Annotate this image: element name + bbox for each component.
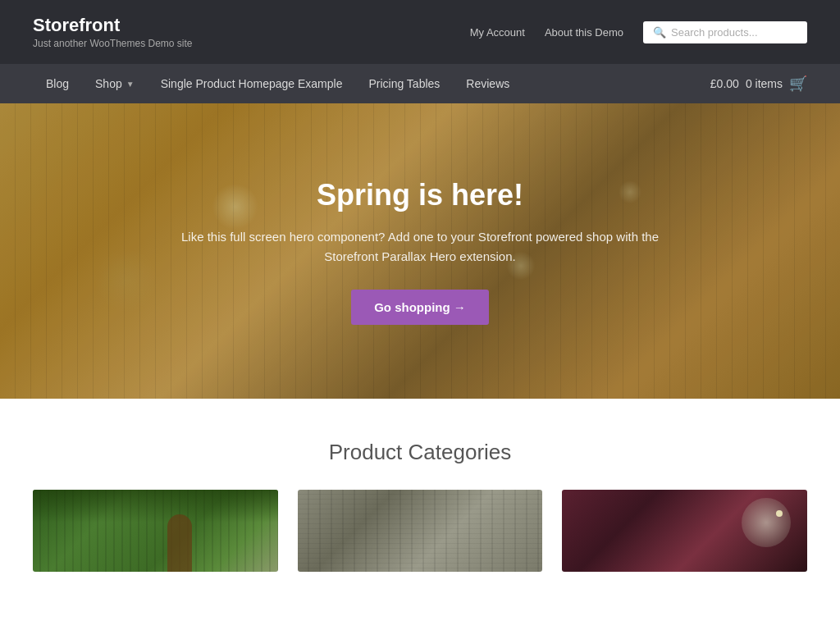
cart-items-label: 0 items (746, 77, 783, 90)
nav-item-shop[interactable]: Shop ▼ (82, 64, 148, 103)
category-card-2[interactable] (298, 490, 543, 572)
hero-title: Spring is here! (166, 178, 674, 212)
my-account-link[interactable]: My Account (470, 26, 525, 39)
search-icon: 🔍 (653, 26, 666, 39)
go-shopping-button[interactable]: Go shopping → (351, 290, 489, 325)
site-header: Storefront Just another WooThemes Demo s… (0, 0, 840, 64)
nav-cart[interactable]: £0.00 0 items 🛒 (710, 75, 807, 93)
site-tagline: Just another WooThemes Demo site (33, 38, 193, 49)
nav-item-single-product[interactable]: Single Product Homepage Example (148, 64, 356, 103)
categories-grid (33, 490, 807, 572)
hero-description: Like this full screen hero component? Ad… (166, 227, 674, 267)
search-form: 🔍 (643, 21, 807, 43)
nav-item-blog[interactable]: Blog (33, 64, 82, 103)
category-image-3 (562, 490, 807, 572)
shop-dropdown-arrow: ▼ (126, 80, 135, 89)
category-image-2 (298, 490, 543, 572)
category-image-1 (33, 490, 278, 572)
category-card-1[interactable] (33, 490, 278, 572)
category-card-3[interactable] (562, 490, 807, 572)
hero-content: Spring is here! Like this full screen he… (149, 178, 691, 325)
cart-icon: 🛒 (789, 75, 807, 93)
hero-section: Spring is here! Like this full screen he… (0, 103, 840, 399)
search-input[interactable] (671, 26, 797, 39)
nav-item-reviews[interactable]: Reviews (453, 64, 523, 103)
nav-left: Blog Shop ▼ Single Product Homepage Exam… (33, 64, 523, 103)
categories-title: Product Categories (33, 440, 807, 465)
categories-section: Product Categories (0, 399, 840, 596)
about-demo-link[interactable]: About this Demo (545, 26, 623, 39)
header-right: My Account About this Demo 🔍 (470, 21, 807, 43)
cart-amount: £0.00 (710, 77, 739, 90)
site-branding: Storefront Just another WooThemes Demo s… (33, 15, 193, 49)
site-title: Storefront (33, 15, 193, 36)
nav-item-pricing-tables[interactable]: Pricing Tables (355, 64, 453, 103)
site-nav: Blog Shop ▼ Single Product Homepage Exam… (0, 64, 840, 103)
